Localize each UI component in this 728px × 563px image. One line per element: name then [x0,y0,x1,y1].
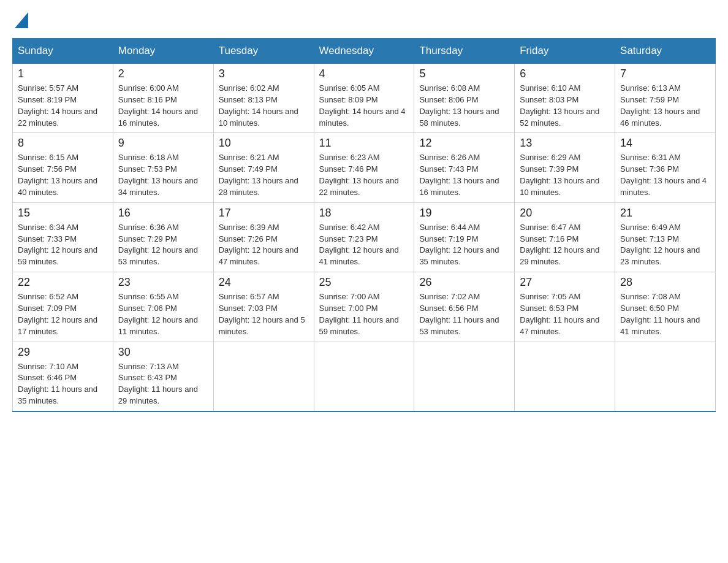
day-number: 7 [620,67,710,80]
day-number: 19 [419,207,509,220]
col-header-friday: Friday [515,39,615,64]
day-number: 9 [118,137,208,150]
day-number: 4 [319,67,409,80]
week-row-5: 29Sunrise: 7:10 AMSunset: 6:46 PMDayligh… [13,342,716,412]
day-cell-29: 29Sunrise: 7:10 AMSunset: 6:46 PMDayligh… [13,342,113,412]
col-header-sunday: Sunday [13,39,113,64]
day-cell-14: 14Sunrise: 6:31 AMSunset: 7:36 PMDayligh… [615,133,716,202]
day-cell-16: 16Sunrise: 6:36 AMSunset: 7:29 PMDayligh… [113,202,213,272]
day-number: 25 [319,276,409,289]
day-number: 23 [118,276,208,289]
day-info: Sunrise: 6:31 AMSunset: 7:36 PMDaylight:… [620,152,710,198]
day-info: Sunrise: 6:21 AMSunset: 7:49 PMDaylight:… [219,152,309,198]
empty-cell [213,342,314,412]
day-number: 2 [118,67,208,80]
day-cell-28: 28Sunrise: 7:08 AMSunset: 6:50 PMDayligh… [615,272,716,342]
day-cell-25: 25Sunrise: 7:00 AMSunset: 7:00 PMDayligh… [314,272,414,342]
logo [12,12,28,26]
day-info: Sunrise: 6:55 AMSunset: 7:06 PMDaylight:… [118,291,208,337]
day-number: 1 [18,67,108,80]
day-number: 24 [219,276,309,289]
day-info: Sunrise: 6:08 AMSunset: 8:06 PMDaylight:… [419,83,509,129]
day-number: 6 [520,67,610,80]
day-info: Sunrise: 7:02 AMSunset: 6:56 PMDaylight:… [419,291,509,337]
day-info: Sunrise: 6:34 AMSunset: 7:33 PMDaylight:… [18,222,108,268]
week-row-4: 22Sunrise: 6:52 AMSunset: 7:09 PMDayligh… [13,272,716,342]
empty-cell [314,342,414,412]
day-info: Sunrise: 6:49 AMSunset: 7:13 PMDaylight:… [620,222,710,268]
day-cell-5: 5Sunrise: 6:08 AMSunset: 8:06 PMDaylight… [414,64,515,133]
day-info: Sunrise: 6:42 AMSunset: 7:23 PMDaylight:… [319,222,409,268]
logo-triangle-icon [15,12,28,28]
empty-cell [414,342,515,412]
day-info: Sunrise: 6:36 AMSunset: 7:29 PMDaylight:… [118,222,208,268]
day-number: 29 [18,346,108,359]
col-header-wednesday: Wednesday [314,39,414,64]
day-number: 11 [319,137,409,150]
day-cell-24: 24Sunrise: 6:57 AMSunset: 7:03 PMDayligh… [213,272,314,342]
day-number: 16 [118,207,208,220]
day-number: 17 [219,207,309,220]
days-of-week-row: SundayMondayTuesdayWednesdayThursdayFrid… [13,39,716,64]
day-number: 20 [520,207,610,220]
day-cell-22: 22Sunrise: 6:52 AMSunset: 7:09 PMDayligh… [13,272,113,342]
day-number: 22 [18,276,108,289]
day-cell-9: 9Sunrise: 6:18 AMSunset: 7:53 PMDaylight… [113,133,213,202]
day-cell-11: 11Sunrise: 6:23 AMSunset: 7:46 PMDayligh… [314,133,414,202]
day-cell-6: 6Sunrise: 6:10 AMSunset: 8:03 PMDaylight… [515,64,615,133]
day-info: Sunrise: 6:13 AMSunset: 7:59 PMDaylight:… [620,83,710,129]
day-cell-1: 1Sunrise: 5:57 AMSunset: 8:19 PMDaylight… [13,64,113,133]
day-cell-23: 23Sunrise: 6:55 AMSunset: 7:06 PMDayligh… [113,272,213,342]
day-cell-12: 12Sunrise: 6:26 AMSunset: 7:43 PMDayligh… [414,133,515,202]
day-info: Sunrise: 6:00 AMSunset: 8:16 PMDaylight:… [118,83,208,129]
day-cell-10: 10Sunrise: 6:21 AMSunset: 7:49 PMDayligh… [213,133,314,202]
page-header [12,12,716,26]
day-info: Sunrise: 6:26 AMSunset: 7:43 PMDaylight:… [419,152,509,198]
day-cell-13: 13Sunrise: 6:29 AMSunset: 7:39 PMDayligh… [515,133,615,202]
day-cell-21: 21Sunrise: 6:49 AMSunset: 7:13 PMDayligh… [615,202,716,272]
day-cell-3: 3Sunrise: 6:02 AMSunset: 8:13 PMDaylight… [213,64,314,133]
day-number: 18 [319,207,409,220]
day-number: 30 [118,346,208,359]
day-info: Sunrise: 6:29 AMSunset: 7:39 PMDaylight:… [520,152,610,198]
col-header-tuesday: Tuesday [213,39,314,64]
empty-cell [615,342,716,412]
day-cell-19: 19Sunrise: 6:44 AMSunset: 7:19 PMDayligh… [414,202,515,272]
week-row-1: 1Sunrise: 5:57 AMSunset: 8:19 PMDaylight… [13,64,716,133]
day-cell-8: 8Sunrise: 6:15 AMSunset: 7:56 PMDaylight… [13,133,113,202]
week-row-3: 15Sunrise: 6:34 AMSunset: 7:33 PMDayligh… [13,202,716,272]
day-number: 13 [520,137,610,150]
day-info: Sunrise: 6:18 AMSunset: 7:53 PMDaylight:… [118,152,208,198]
svg-marker-0 [15,12,28,28]
day-info: Sunrise: 7:10 AMSunset: 6:46 PMDaylight:… [18,361,108,407]
day-number: 12 [419,137,509,150]
day-number: 3 [219,67,309,80]
day-number: 26 [419,276,509,289]
day-info: Sunrise: 6:52 AMSunset: 7:09 PMDaylight:… [18,291,108,337]
day-info: Sunrise: 6:47 AMSunset: 7:16 PMDaylight:… [520,222,610,268]
col-header-saturday: Saturday [615,39,716,64]
week-row-2: 8Sunrise: 6:15 AMSunset: 7:56 PMDaylight… [13,133,716,202]
day-number: 28 [620,276,710,289]
day-cell-15: 15Sunrise: 6:34 AMSunset: 7:33 PMDayligh… [13,202,113,272]
day-number: 10 [219,137,309,150]
day-number: 15 [18,207,108,220]
day-cell-27: 27Sunrise: 7:05 AMSunset: 6:53 PMDayligh… [515,272,615,342]
day-info: Sunrise: 6:10 AMSunset: 8:03 PMDaylight:… [520,83,610,129]
day-info: Sunrise: 6:57 AMSunset: 7:03 PMDaylight:… [219,291,309,337]
day-info: Sunrise: 7:13 AMSunset: 6:43 PMDaylight:… [118,361,208,407]
calendar-table: SundayMondayTuesdayWednesdayThursdayFrid… [12,38,716,412]
day-number: 5 [419,67,509,80]
empty-cell [515,342,615,412]
day-number: 8 [18,137,108,150]
day-cell-20: 20Sunrise: 6:47 AMSunset: 7:16 PMDayligh… [515,202,615,272]
day-cell-30: 30Sunrise: 7:13 AMSunset: 6:43 PMDayligh… [113,342,213,412]
day-info: Sunrise: 6:44 AMSunset: 7:19 PMDaylight:… [419,222,509,268]
day-cell-17: 17Sunrise: 6:39 AMSunset: 7:26 PMDayligh… [213,202,314,272]
day-cell-26: 26Sunrise: 7:02 AMSunset: 6:56 PMDayligh… [414,272,515,342]
day-info: Sunrise: 6:23 AMSunset: 7:46 PMDaylight:… [319,152,409,198]
day-cell-4: 4Sunrise: 6:05 AMSunset: 8:09 PMDaylight… [314,64,414,133]
col-header-monday: Monday [113,39,213,64]
day-info: Sunrise: 6:39 AMSunset: 7:26 PMDaylight:… [219,222,309,268]
day-info: Sunrise: 6:05 AMSunset: 8:09 PMDaylight:… [319,83,409,129]
